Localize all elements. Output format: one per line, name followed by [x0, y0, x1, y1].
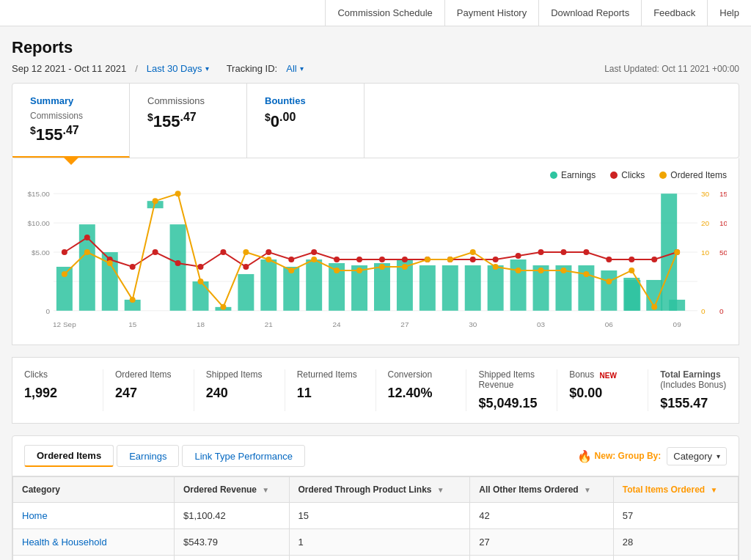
chart-container: Earnings Clicks Ordered Items $15.00 — [12, 158, 739, 345]
svg-rect-34 — [442, 265, 458, 311]
svg-text:24: 24 — [333, 320, 342, 328]
new-group-by-label: New: Group By: — [595, 451, 662, 461]
date-bar: Sep 12 2021 - Oct 11 2021 / Last 30 Days… — [12, 63, 739, 74]
summary-tab-summary[interactable]: Summary Commissions $155.47 — [12, 84, 130, 158]
new-badge: NEW — [600, 372, 617, 380]
clicks-label: Clicks — [621, 170, 645, 180]
row-office-category[interactable]: Office & School Supplies — [13, 556, 175, 560]
stat-bonus: Bonus NEW $0.00 — [557, 369, 648, 411]
col-total-items[interactable]: Total Items Ordered ▼ — [613, 477, 738, 503]
earnings-label: Earnings — [561, 170, 596, 180]
col-other-items[interactable]: All Other Items Ordered ▼ — [470, 477, 613, 503]
bounties-tab-value: $0.00 — [265, 111, 346, 131]
stat-shipped-revenue: Shipped Items Revenue $5,049.15 — [466, 369, 557, 411]
row-office-through-links: 5 — [289, 556, 470, 560]
nav-commission-schedule[interactable]: Commission Schedule — [325, 0, 444, 26]
col-through-links[interactable]: Ordered Through Product Links ▼ — [289, 477, 470, 503]
row-health-through-links: 1 — [289, 529, 470, 556]
chart-legend: Earnings Clicks Ordered Items — [24, 170, 727, 180]
svg-rect-31 — [374, 263, 390, 311]
nav-download-reports[interactable]: Download Reports — [538, 0, 641, 26]
svg-text:50: 50 — [719, 248, 727, 257]
tabs-header: Ordered Items Earnings Link Type Perform… — [12, 436, 739, 476]
row-office-total-items: 27 — [613, 556, 738, 560]
legend-clicks: Clicks — [610, 170, 645, 180]
bonus-value: $0.00 — [569, 386, 636, 401]
svg-text:12 Sep: 12 Sep — [53, 320, 76, 328]
summary-tab-bounties[interactable]: Bounties $0.00 — [247, 84, 364, 158]
nav-payment-history[interactable]: Payment History — [444, 0, 538, 26]
bonus-label: Bonus NEW — [569, 369, 636, 380]
svg-point-55 — [243, 264, 249, 270]
returned-items-label: Returned Items — [297, 369, 364, 380]
tab-ordered-items[interactable]: Ordered Items — [24, 445, 114, 467]
tracking-id-label: Tracking ID: — [227, 63, 278, 74]
svg-text:0: 0 — [701, 307, 706, 315]
chart-svg: $15.00 $10.00 $5.00 0 30 20 10 0 150 100… — [24, 186, 727, 333]
clicks-label: Clicks — [24, 369, 91, 380]
svg-point-96 — [538, 268, 544, 273]
tab-earnings[interactable]: Earnings — [117, 445, 179, 467]
tracking-id-dropdown[interactable]: All ▾ — [286, 63, 303, 74]
svg-point-83 — [243, 249, 249, 255]
svg-point-61 — [379, 257, 385, 262]
table-row: Office & School Supplies $547.80 5 22 27 — [13, 556, 739, 560]
commissions-tab-value: $155.47 — [147, 111, 229, 131]
svg-point-75 — [62, 271, 67, 277]
stat-clicks: Clicks 1,992 — [12, 369, 103, 411]
tab-link-type-performance[interactable]: Link Type Performance — [182, 445, 304, 467]
svg-point-57 — [288, 257, 294, 262]
svg-text:27: 27 — [400, 320, 409, 328]
svg-point-93 — [470, 249, 476, 255]
nav-feedback[interactable]: Feedback — [641, 0, 707, 26]
group-by-dropdown[interactable]: Category ▾ — [667, 447, 727, 465]
stat-ordered-items: Ordered Items 247 — [103, 369, 194, 411]
shipped-revenue-label: Shipped Items Revenue — [478, 369, 545, 390]
table-container: Category Ordered Revenue ▼ Ordered Throu… — [12, 476, 739, 560]
total-earnings-value: $155.47 — [660, 396, 727, 411]
data-table: Category Ordered Revenue ▼ Ordered Throu… — [12, 476, 739, 560]
col-category: Category — [13, 477, 175, 503]
svg-point-71 — [606, 257, 612, 262]
chevron-down-icon: ▾ — [300, 65, 304, 73]
shipped-items-label: Shipped Items — [206, 369, 273, 380]
svg-point-98 — [583, 271, 589, 277]
tabs-list: Ordered Items Earnings Link Type Perform… — [24, 445, 305, 467]
date-range-dropdown[interactable]: Last 30 Days ▾ — [147, 63, 209, 74]
summary-tab-value: $155.47 — [30, 124, 111, 144]
svg-point-58 — [311, 249, 317, 255]
row-home-category[interactable]: Home — [13, 503, 175, 529]
row-office-other-items: 22 — [470, 556, 613, 560]
ordered-items-label: Ordered Items — [670, 170, 727, 180]
svg-point-60 — [356, 257, 362, 262]
date-controls: Sep 12 2021 - Oct 11 2021 / Last 30 Days… — [12, 63, 304, 74]
svg-rect-41 — [601, 270, 617, 311]
row-home-revenue: $1,100.42 — [174, 503, 289, 529]
row-health-category[interactable]: Health & Household — [13, 529, 175, 556]
svg-text:0: 0 — [719, 307, 724, 315]
ordered-items-label: Ordered Items — [115, 369, 182, 380]
svg-point-52 — [175, 260, 181, 266]
date-range-text: Sep 12 2021 - Oct 11 2021 — [12, 63, 126, 74]
row-health-other-items: 27 — [470, 529, 613, 556]
svg-point-65 — [470, 257, 476, 262]
svg-rect-35 — [465, 265, 481, 311]
svg-point-73 — [651, 257, 657, 262]
shipped-items-value: 240 — [206, 386, 273, 401]
row-health-total-items: 28 — [613, 529, 738, 556]
svg-text:30: 30 — [701, 191, 710, 199]
svg-point-94 — [493, 264, 499, 270]
col-ordered-revenue[interactable]: Ordered Revenue ▼ — [174, 477, 289, 503]
svg-point-51 — [153, 249, 158, 255]
svg-point-53 — [198, 264, 204, 270]
nav-help[interactable]: Help — [707, 0, 751, 26]
svg-point-86 — [311, 257, 317, 262]
svg-text:15: 15 — [128, 320, 137, 328]
chevron-down-icon: ▾ — [205, 65, 209, 73]
chevron-down-icon: ▾ — [717, 452, 720, 460]
row-health-revenue: $543.79 — [174, 529, 289, 556]
svg-text:100: 100 — [719, 219, 727, 227]
clicks-dot — [610, 172, 618, 179]
svg-point-88 — [356, 268, 362, 273]
summary-tab-commissions[interactable]: Commissions $155.47 — [130, 84, 247, 158]
